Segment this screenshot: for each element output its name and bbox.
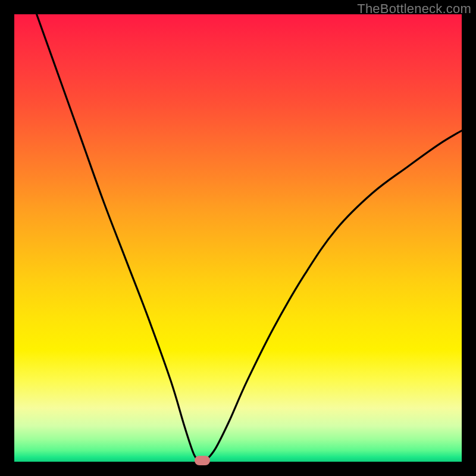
optimum-marker: [195, 456, 210, 465]
plot-area: [14, 14, 462, 462]
chart-frame: TheBottleneck.com: [0, 0, 476, 476]
curve-path: [37, 14, 462, 462]
bottleneck-curve: [14, 14, 462, 462]
